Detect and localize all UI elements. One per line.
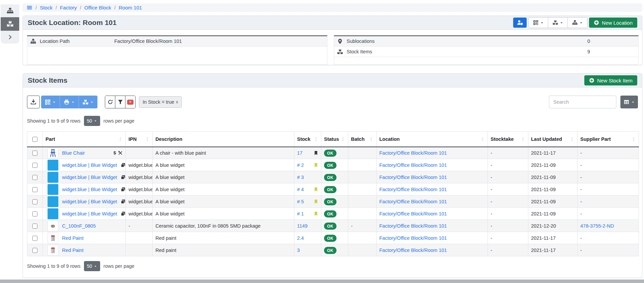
location-link[interactable]: Factory/Office Block/Room 101 [379, 248, 447, 253]
printer-icon [64, 99, 69, 105]
part-link[interactable]: Blue Chair [62, 150, 85, 156]
page-size-value: 50 [87, 118, 92, 124]
ipn-cell: widget.blue [126, 183, 153, 196]
caret-up-icon [94, 264, 97, 268]
download-button[interactable] [27, 96, 40, 108]
column-header-part[interactable]: Part [43, 132, 126, 147]
supplier-part-cell: - [578, 159, 639, 171]
new-location-button[interactable]: New Location [589, 18, 637, 28]
column-visibility-button[interactable] [620, 96, 638, 108]
sidebar-item-chevron-right[interactable] [1, 31, 19, 44]
stock-quantity-link[interactable]: 1149 [297, 223, 308, 229]
part-link[interactable]: C_100nF_0805 [62, 223, 96, 229]
row-checkbox[interactable] [32, 163, 37, 168]
breadcrumb-link-factory[interactable]: Factory [60, 5, 77, 10]
column-header-location[interactable]: Location [377, 132, 488, 147]
location-link[interactable]: Factory/Office Block/Room 101 [379, 162, 447, 168]
select-all-checkbox[interactable] [32, 137, 37, 142]
row-checkbox[interactable] [32, 199, 37, 204]
tools-icon [118, 151, 123, 155]
part-attribute-icons: $ [113, 150, 123, 155]
refresh-button[interactable] [105, 96, 115, 108]
supplier-part-cell: - [578, 183, 639, 196]
row-checkbox[interactable] [32, 211, 37, 216]
row-checkbox[interactable] [32, 151, 37, 156]
description-cell: A blue widget [153, 171, 294, 183]
supplier-part-cell: - [578, 196, 639, 208]
column-header-status[interactable]: Status [321, 132, 348, 147]
part-link[interactable]: widget.blue | Blue Widget [62, 162, 117, 168]
printer-action-button[interactable] [60, 96, 79, 108]
stock-quantity-link[interactable]: # 5 [297, 199, 304, 204]
boxes-action-button[interactable] [79, 96, 97, 108]
breadcrumb-link-room-101[interactable]: Room 101 [119, 5, 142, 10]
row-checkbox[interactable] [32, 175, 37, 180]
qrcode-action-button[interactable] [41, 96, 60, 108]
part-link[interactable]: widget.blue | Blue Widget [62, 187, 117, 192]
pagination-top: Showing 1 to 9 of 9 rows 50 rows per pag… [27, 116, 638, 126]
filter-button[interactable] [115, 96, 125, 108]
column-header-check [27, 132, 43, 147]
stock-quantity-link[interactable]: 2.4 [297, 235, 304, 241]
part-link[interactable]: Red Paint [62, 235, 84, 241]
boxes-menu-button[interactable] [548, 18, 568, 28]
table-row: Blue Chair$A chair - with blue paint17OK… [27, 147, 639, 159]
last-updated-cell: 2021-11-09 [528, 171, 578, 183]
description-cell: Red paint [153, 232, 294, 244]
bookmark-flag-icon [314, 199, 318, 204]
location-link[interactable]: Factory/Office Block/Room 101 [379, 175, 447, 180]
column-header-stocktake[interactable]: Stocktake [488, 132, 528, 147]
column-label: Description [155, 136, 182, 142]
stock-quantity-link[interactable]: # 2 [297, 162, 304, 168]
row-checkbox[interactable] [32, 248, 37, 253]
ipn-cell [126, 147, 153, 159]
column-header-last_updated[interactable]: Last Updated [528, 132, 578, 147]
location-link[interactable]: Factory/Office Block/Room 101 [379, 150, 447, 156]
sidebar-item-boxes[interactable] [1, 17, 19, 31]
column-header-supplier_part[interactable]: Supplier Part [578, 132, 639, 147]
qrcode-menu-button[interactable] [529, 18, 548, 28]
breadcrumb-link-stock[interactable]: Stock [40, 5, 53, 10]
stock-quantity-link[interactable]: # 4 [297, 187, 304, 192]
batch-cell [348, 208, 377, 220]
sidebar-item-sitemap[interactable] [1, 4, 19, 17]
column-header-stock[interactable]: Stock [294, 132, 321, 147]
user-permissions-button[interactable] [513, 18, 527, 28]
page-size-dropdown[interactable]: 50 [84, 116, 100, 126]
stock-quantity-link[interactable]: 17 [297, 150, 302, 156]
ipn-cell: widget.blue [126, 196, 153, 208]
stock-toolbar: ✕ In Stock = true x [27, 96, 638, 108]
location-link[interactable]: Factory/Office Block/Room 101 [379, 187, 447, 192]
stock-quantity-link[interactable]: # 1 [297, 211, 304, 216]
part-link[interactable]: Red Paint [62, 248, 84, 253]
search-input[interactable] [549, 96, 616, 108]
row-checkbox[interactable] [32, 224, 37, 229]
table-row: widget.blue | Blue Widgetwidget.blueA bl… [27, 208, 639, 220]
page-size-dropdown[interactable]: 50 [84, 261, 100, 271]
row-checkbox[interactable] [32, 236, 37, 241]
user-shield-icon [517, 20, 523, 26]
row-checkbox[interactable] [32, 187, 37, 192]
part-link[interactable]: widget.blue | Blue Widget [62, 175, 117, 180]
stock-quantity-link[interactable]: # 3 [297, 175, 304, 180]
last-updated-cell: 2021-11-09 [528, 208, 578, 220]
sitemap-menu-button[interactable] [568, 18, 587, 28]
new-stock-item-button[interactable]: New Stock Item [584, 75, 637, 85]
stock-quantity-link[interactable]: 3 [297, 248, 300, 253]
hamburger-icon[interactable] [27, 5, 32, 10]
location-link[interactable]: Factory/Office Block/Room 101 [379, 223, 447, 229]
location-link[interactable]: Factory/Office Block/Room 101 [379, 235, 447, 241]
column-header-ipn[interactable]: IPN [126, 132, 153, 147]
column-header-batch[interactable]: Batch [348, 132, 377, 147]
location-link[interactable]: Factory/Office Block/Room 101 [379, 199, 447, 204]
new-stock-item-label: New Stock Item [597, 78, 633, 83]
location-link[interactable]: Factory/Office Block/Room 101 [379, 211, 447, 216]
breadcrumb-link-office-block[interactable]: Office Block [84, 5, 111, 10]
clear-filter-button[interactable]: ✕ [125, 96, 135, 108]
part-link[interactable]: widget.blue | Blue Widget [62, 211, 117, 216]
filter-chip-remove[interactable]: x [176, 100, 178, 104]
last-updated-cell: 2021-11-09 [528, 183, 578, 196]
part-link[interactable]: widget.blue | Blue Widget [62, 199, 117, 204]
supplier-part-link[interactable]: 478-3755-2-ND [580, 223, 614, 229]
supplier-part-cell: - [578, 244, 639, 256]
